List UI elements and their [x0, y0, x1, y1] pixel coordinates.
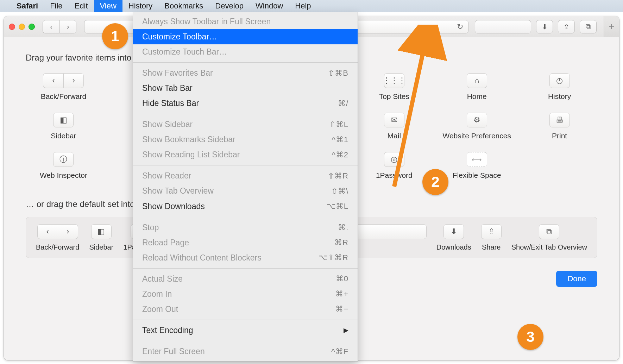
gear-icon: ⚙	[467, 113, 487, 127]
downloads-button[interactable]: ⬇	[536, 20, 553, 33]
menu-item-show-tab-overview: Show Tab Overview⇧⌘\	[133, 183, 358, 199]
menu-item-reload-page: Reload Page⌘R	[133, 235, 358, 250]
onepw-icon: ◎	[384, 152, 404, 167]
menu-item-show-bookmarks-sidebar: Show Bookmarks Sidebar^⌘1	[133, 132, 358, 147]
menu-item-show-downloads[interactable]: Show Downloads⌥⌘L	[133, 199, 358, 214]
palette-item-mail[interactable]: ✉Mail	[356, 113, 432, 140]
menubar-app[interactable]: Safari	[11, 0, 44, 12]
inspect-icon: ⓘ	[53, 152, 74, 167]
close-window-button[interactable]	[9, 24, 15, 30]
palette-item-history[interactable]: ◴History	[522, 73, 597, 101]
menubar-item-view[interactable]: View	[94, 0, 122, 12]
tab-overview-button[interactable]: ⧉	[580, 20, 597, 33]
menu-item-show-reading-list-sidebar: Show Reading List Sidebar^⌘2	[133, 147, 358, 162]
menu-item-zoom-out: Zoom Out⌘−	[133, 302, 358, 317]
zoom-window-button[interactable]	[29, 24, 35, 30]
menu-item-show-reader: Show Reader⇧⌘R	[133, 168, 358, 183]
download-icon: ⬇	[443, 224, 464, 239]
menu-item-always-show-toolbar-in-full-screen: Always Show Toolbar in Full Screen	[133, 14, 358, 29]
toolbar-flexible-space	[475, 20, 531, 33]
print-icon: 🖶	[549, 113, 570, 127]
new-tab-button[interactable]: +	[604, 16, 619, 37]
palette-item-print[interactable]: 🖶Print	[522, 113, 597, 140]
menubar-item-history[interactable]: History	[122, 0, 158, 12]
palette-item-flexible-space[interactable]: Flexible Space	[439, 152, 515, 180]
history-icon: ◴	[549, 73, 570, 88]
view-menu-dropdown[interactable]: Always Show Toolbar in Full ScreenCustom…	[133, 12, 358, 362]
minimize-window-button[interactable]	[19, 24, 25, 30]
default-item-downloads[interactable]: ⬇Downloads	[436, 224, 471, 251]
palette-item-sidebar[interactable]: ◧Sidebar	[26, 113, 101, 140]
done-button[interactable]: Done	[556, 271, 597, 287]
menu-item-customize-toolbar-[interactable]: Customize Toolbar…	[133, 29, 358, 44]
sidebar-icon: ◧	[91, 224, 112, 239]
reload-icon[interactable]: ↻	[457, 22, 463, 31]
sidebar-icon: ◧	[53, 113, 74, 127]
tabs-icon: ⧉	[539, 224, 559, 239]
back-button[interactable]: ‹	[43, 20, 59, 33]
palette-item-home[interactable]: ⌂Home	[439, 73, 515, 101]
menu-item-text-encoding[interactable]: Text Encoding▶	[133, 323, 358, 338]
annotation-badge-2: 2	[422, 169, 448, 195]
default-item-share[interactable]: ⇪Share	[481, 224, 502, 251]
traffic-lights[interactable]	[9, 24, 35, 30]
menu-item-reload-without-content-blockers: Reload Without Content Blockers⌥⇧⌘R	[133, 250, 358, 265]
submenu-arrow-icon: ▶	[344, 326, 348, 334]
menu-item-zoom-in: Zoom In⌘+	[133, 287, 358, 302]
menu-item-show-tab-bar[interactable]: Show Tab Bar	[133, 81, 358, 96]
palette-item-top-sites[interactable]: ⋮⋮⋮Top Sites	[356, 73, 432, 101]
macos-menubar: Safari FileEditViewHistoryBookmarksDevel…	[0, 0, 623, 12]
menubar-item-window[interactable]: Window	[250, 0, 289, 12]
menu-item-hide-status-bar[interactable]: Hide Status Bar⌘/	[133, 96, 358, 111]
palette-item-1password[interactable]: ◎1Password	[356, 152, 432, 180]
forward-button[interactable]: ›	[59, 20, 76, 33]
palette-item-back-forward[interactable]: ‹›Back/Forward	[26, 73, 101, 101]
menu-item-actual-size: Actual Size⌘0	[133, 271, 358, 287]
default-item-back-forward[interactable]: ‹›Back/Forward	[36, 224, 79, 251]
menu-item-enter-full-screen: Enter Full Screen^⌘F	[133, 344, 358, 359]
home-icon: ⌂	[467, 73, 487, 88]
default-item-show-exit-tab-overview[interactable]: ⧉Show/Exit Tab Overview	[511, 224, 587, 251]
menu-item-show-sidebar: Show Sidebar⇧⌘L	[133, 117, 358, 132]
menu-item-show-favorites-bar: Show Favorites Bar⇧⌘B	[133, 65, 358, 81]
palette-item-web-inspector[interactable]: ⓘWeb Inspector	[26, 152, 101, 180]
menu-item-customize-touch-bar-: Customize Touch Bar…	[133, 44, 358, 59]
menubar-item-bookmarks[interactable]: Bookmarks	[158, 0, 209, 12]
menubar-item-file[interactable]: File	[44, 0, 68, 12]
default-item-sidebar[interactable]: ◧Sidebar	[89, 224, 113, 251]
menubar-item-edit[interactable]: Edit	[69, 0, 94, 12]
palette-item-website-preferences[interactable]: ⚙Website Preferences	[439, 113, 515, 140]
menu-item-stop: Stop⌘.	[133, 220, 358, 235]
menubar-item-develop[interactable]: Develop	[209, 0, 250, 12]
annotation-badge-3: 3	[517, 324, 543, 350]
menubar-item-help[interactable]: Help	[289, 0, 317, 12]
mail-icon: ✉	[384, 113, 404, 127]
share-button[interactable]: ⇪	[558, 20, 575, 33]
annotation-badge-1: 1	[102, 23, 128, 49]
share-icon: ⇪	[481, 224, 502, 239]
grid-icon: ⋮⋮⋮	[384, 73, 404, 88]
